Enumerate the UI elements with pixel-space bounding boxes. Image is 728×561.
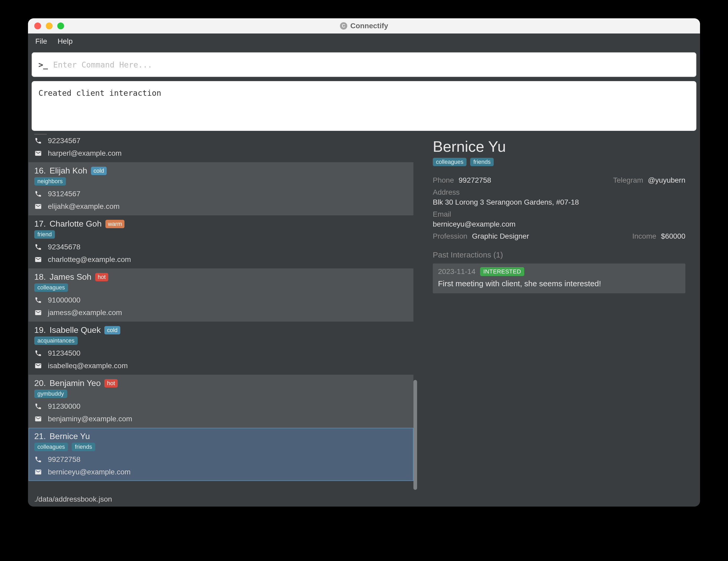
command-area: >_ <box>28 49 700 78</box>
output-text: Created client interaction <box>38 88 161 98</box>
email-value: berniceyu@example.com <box>433 220 685 228</box>
tags-row: friend <box>34 230 408 238</box>
mail-icon <box>34 362 42 370</box>
person-name: Charlotte Goh <box>49 219 101 229</box>
mail-icon <box>34 468 42 476</box>
detail-phone-field: Phone 99272758 <box>433 176 554 184</box>
telegram-value: @yuyubern <box>648 176 685 184</box>
window-close-button[interactable] <box>34 22 41 29</box>
address-label: Address <box>433 188 685 196</box>
phone-row: 91234500 <box>34 349 408 358</box>
lead-badge: cold <box>91 167 107 175</box>
phone-text: 93124567 <box>48 190 81 198</box>
prompt-icon: >_ <box>38 60 48 69</box>
people-list[interactable]: 92234567harperl@example.com16.Elijah Koh… <box>29 134 413 489</box>
mail-icon <box>34 202 42 210</box>
phone-icon <box>34 296 42 304</box>
window-minimize-button[interactable] <box>46 22 53 29</box>
tag: colleagues <box>34 443 68 451</box>
person-name: Isabelle Quek <box>49 325 101 335</box>
email-row: berniceyu@example.com <box>34 468 408 476</box>
address-value: Blk 30 Lorong 3 Serangoon Gardens, #07-1… <box>433 198 685 206</box>
person-name: Elijah Koh <box>49 166 87 175</box>
person-index: 20. <box>34 378 46 388</box>
email-row: jamess@example.com <box>34 309 408 317</box>
list-item[interactable]: 18.James Sohhotcolleagues91000000jamess@… <box>29 268 413 322</box>
mail-icon <box>34 255 42 263</box>
income-label: Income <box>632 232 656 240</box>
phone-value: 99272758 <box>459 176 491 184</box>
menu-file[interactable]: File <box>35 37 47 46</box>
phone-row: 92234567 <box>34 137 408 145</box>
tags-row: colleaguesfriends <box>34 443 408 451</box>
interaction-date: 2023-11-14 <box>438 267 475 276</box>
person-header: 20.Benjamin Yeohot <box>34 378 408 388</box>
tag: friends <box>72 443 95 451</box>
detail-tags: colleaguesfriends <box>433 158 685 166</box>
phone-row: 91230000 <box>34 402 408 411</box>
email-row: benjaminy@example.com <box>34 415 408 423</box>
phone-icon <box>34 243 42 251</box>
list-item[interactable]: 21.Bernice Yucolleaguesfriends99272758be… <box>29 428 413 481</box>
person-name: James Soh <box>49 272 91 282</box>
list-item[interactable]: 17.Charlotte Gohwarmfriend92345678charlo… <box>29 215 413 268</box>
email-row: charlotteg@example.com <box>34 255 408 264</box>
list-item[interactable]: 16.Elijah Kohcoldneighbors93124567elijah… <box>29 162 413 215</box>
interaction-card: 2023-11-14INTERESTEDFirst meeting with c… <box>433 263 685 293</box>
lead-badge: cold <box>104 326 120 335</box>
phone-icon <box>34 403 42 410</box>
detail-address-field: Address Blk 30 Lorong 3 Serangoon Garden… <box>433 188 685 206</box>
person-index: 18. <box>34 272 46 282</box>
email-row: elijahk@example.com <box>34 202 408 211</box>
phone-icon <box>34 456 42 463</box>
titlebar: C Connectify <box>28 18 700 33</box>
person-header: 21.Bernice Yu <box>34 432 408 441</box>
tags-row: colleagues <box>34 284 408 292</box>
mail-icon <box>34 309 42 317</box>
detail-panel: Bernice Yu colleaguesfriends Phone 99272… <box>418 131 700 492</box>
income-value: $60000 <box>661 232 685 240</box>
list-item[interactable]: 19.Isabelle Quekcoldacquaintances9123450… <box>29 322 413 375</box>
interaction-note: First meeting with client, she seems int… <box>438 279 680 288</box>
command-input[interactable] <box>53 60 690 69</box>
window-title: C Connectify <box>340 22 388 30</box>
phone-icon <box>34 349 42 357</box>
person-index: 19. <box>34 325 46 335</box>
menubar: File Help <box>28 33 700 49</box>
tag: friends <box>470 158 494 166</box>
phone-label: Phone <box>433 176 454 184</box>
email-row: isabelleq@example.com <box>34 362 408 370</box>
phone-row: 93124567 <box>34 190 408 198</box>
email-text: harperl@example.com <box>48 149 122 157</box>
statusbar: ./data/addressbook.json <box>28 492 700 507</box>
lead-badge: warm <box>105 220 125 228</box>
tag: colleagues <box>34 284 68 292</box>
email-text: benjaminy@example.com <box>48 415 132 423</box>
menu-help[interactable]: Help <box>58 37 73 46</box>
person-name: Benjamin Yeo <box>49 378 101 388</box>
list-item[interactable]: 92234567harperl@example.com <box>29 134 413 162</box>
detail-profession-field: Profession Graphic Designer <box>433 232 554 240</box>
list-item[interactable]: 20.Benjamin Yeohotgymbuddy91230000benjam… <box>29 375 413 428</box>
detail-income-field: Income $60000 <box>564 232 685 240</box>
list-scrollbar[interactable] <box>413 134 417 489</box>
window-title-text: Connectify <box>350 22 388 30</box>
list-scrollthumb[interactable] <box>413 380 417 490</box>
profession-label: Profession <box>433 232 467 240</box>
phone-icon <box>34 190 42 198</box>
statusbar-path: ./data/addressbook.json <box>34 495 112 503</box>
phone-text: 91000000 <box>48 296 81 304</box>
detail-fields: Phone 99272758 Telegram @yuyubern Addres… <box>433 176 685 240</box>
lead-badge: hot <box>104 379 118 388</box>
people-list-panel: 92234567harperl@example.com16.Elijah Koh… <box>28 131 418 492</box>
profession-value: Graphic Designer <box>472 232 529 240</box>
email-text: isabelleq@example.com <box>48 362 128 370</box>
phone-row: 91000000 <box>34 296 408 304</box>
person-header: 18.James Sohhot <box>34 272 408 282</box>
interactions-list: 2023-11-14INTERESTEDFirst meeting with c… <box>433 263 685 293</box>
email-label: Email <box>433 210 685 218</box>
window-maximize-button[interactable] <box>57 22 64 29</box>
lead-badge: hot <box>95 273 109 281</box>
app-window: C Connectify File Help >_ Created client… <box>28 18 700 507</box>
person-index: 16. <box>34 166 46 175</box>
